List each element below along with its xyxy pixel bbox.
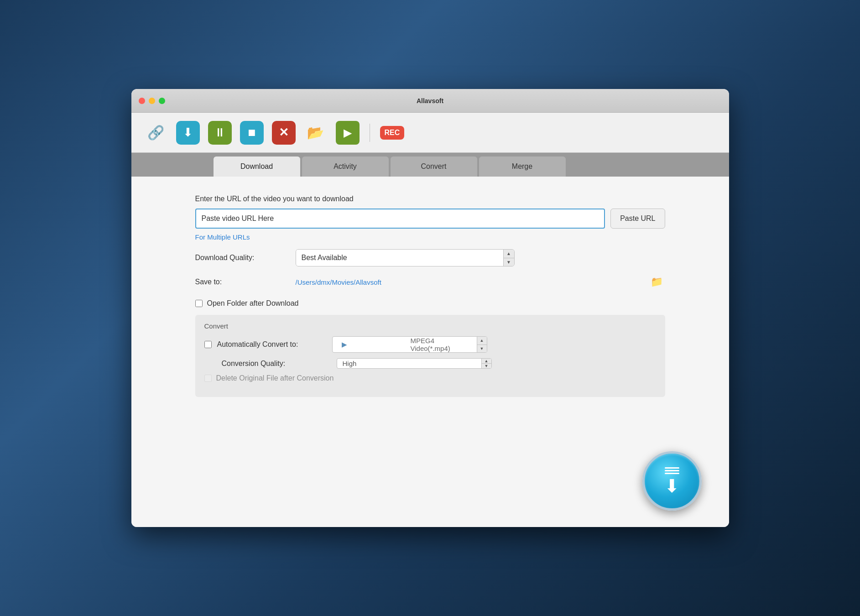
convert-section-title: Convert xyxy=(204,322,656,330)
cancel-icon[interactable]: ✕ xyxy=(272,121,296,145)
download-quality-value[interactable] xyxy=(296,250,503,266)
save-path[interactable]: /Users/dmx/Movies/Allavsoft xyxy=(296,278,649,286)
delete-original-checkbox[interactable] xyxy=(204,375,212,382)
quality-up-button[interactable]: ▲ xyxy=(504,250,514,258)
conversion-quality-select[interactable]: High ▲ ▼ xyxy=(337,358,492,369)
download-quality-steppers: ▲ ▼ xyxy=(503,250,514,266)
download-toolbar-icon[interactable]: ⬇ xyxy=(176,121,200,145)
conversion-quality-steppers: ▲ ▼ xyxy=(481,359,491,368)
download-lines-icon xyxy=(665,467,679,474)
window-title: Allavsoft xyxy=(417,97,443,104)
conversion-quality-row: Conversion Quality: High ▲ ▼ xyxy=(204,358,656,369)
url-input-row: Paste URL xyxy=(195,209,665,229)
delete-original-label: Delete Original File after Conversion xyxy=(216,374,334,382)
delete-original-row: Delete Original File after Conversion xyxy=(204,374,656,382)
tab-activity[interactable]: Activity xyxy=(302,157,389,177)
tab-convert[interactable]: Convert xyxy=(391,157,477,177)
download-arrow-icon: ⬇ xyxy=(664,477,680,495)
open-folder-label: Open Folder after Download xyxy=(207,299,299,308)
link-icon[interactable]: 🔗 xyxy=(144,121,168,145)
auto-convert-label: Automatically Convert to: xyxy=(217,340,327,349)
save-to-label: Save to: xyxy=(195,278,296,286)
stop-icon[interactable]: ⏹ xyxy=(240,121,264,145)
start-download-button[interactable]: ⬇ xyxy=(642,451,702,511)
tab-download[interactable]: Download xyxy=(214,157,300,177)
app-window: Allavsoft 🔗 ⬇ ⏸ ⏹ ✕ 📂 ▶ REC Download Act… xyxy=(131,89,729,527)
main-content: Enter the URL of the video you want to d… xyxy=(131,177,729,527)
auto-convert-select[interactable]: ▶ MPEG4 Video(*.mp4) ▲ ▼ xyxy=(332,336,487,353)
auto-convert-row: Automatically Convert to: ▶ MPEG4 Video(… xyxy=(204,336,656,353)
download-quality-row: Download Quality: ▲ ▼ xyxy=(195,249,665,266)
toolbar: 🔗 ⬇ ⏸ ⏹ ✕ 📂 ▶ REC xyxy=(131,113,729,153)
conversion-quality-label: Conversion Quality: xyxy=(222,360,331,368)
convert-section: Convert Automatically Convert to: ▶ MPEG… xyxy=(195,315,665,397)
auto-convert-value: ▶ MPEG4 Video(*.mp4) xyxy=(333,337,477,352)
conversion-quality-up[interactable]: ▲ xyxy=(482,359,491,364)
tab-bar: Download Activity Convert Merge xyxy=(131,153,729,177)
rec-button[interactable]: REC xyxy=(380,126,405,140)
conversion-quality-down[interactable]: ▼ xyxy=(482,364,491,368)
open-folder-checkbox[interactable] xyxy=(195,300,203,307)
multi-url-link[interactable]: For Multiple URLs xyxy=(195,233,250,241)
auto-convert-up[interactable]: ▲ xyxy=(477,337,487,345)
conversion-quality-value: High xyxy=(337,359,481,368)
maximize-button[interactable] xyxy=(159,98,165,104)
download-quality-select[interactable]: ▲ ▼ xyxy=(296,249,515,266)
quality-down-button[interactable]: ▼ xyxy=(504,258,514,266)
pause-icon[interactable]: ⏸ xyxy=(208,121,232,145)
window-controls xyxy=(139,98,165,104)
play-icon[interactable]: ▶ xyxy=(336,121,360,145)
auto-convert-steppers: ▲ ▼ xyxy=(477,337,487,352)
minimize-button[interactable] xyxy=(149,98,155,104)
auto-convert-down[interactable]: ▼ xyxy=(477,345,487,353)
tab-merge[interactable]: Merge xyxy=(479,157,566,177)
close-button[interactable] xyxy=(139,98,145,104)
titlebar: Allavsoft xyxy=(131,89,729,113)
toolbar-separator xyxy=(370,124,370,142)
auto-convert-checkbox[interactable] xyxy=(204,341,212,348)
save-to-row: Save to: /Users/dmx/Movies/Allavsoft 📁 xyxy=(195,274,665,290)
url-label: Enter the URL of the video you want to d… xyxy=(195,195,665,203)
url-input[interactable] xyxy=(195,209,605,229)
folder-icon[interactable]: 📂 xyxy=(304,121,328,145)
paste-url-button[interactable]: Paste URL xyxy=(610,209,665,229)
browse-folder-button[interactable]: 📁 xyxy=(649,274,665,290)
download-button-wrapper: ⬇ xyxy=(642,451,702,511)
open-folder-row: Open Folder after Download xyxy=(195,299,665,308)
download-quality-label: Download Quality: xyxy=(195,254,296,262)
